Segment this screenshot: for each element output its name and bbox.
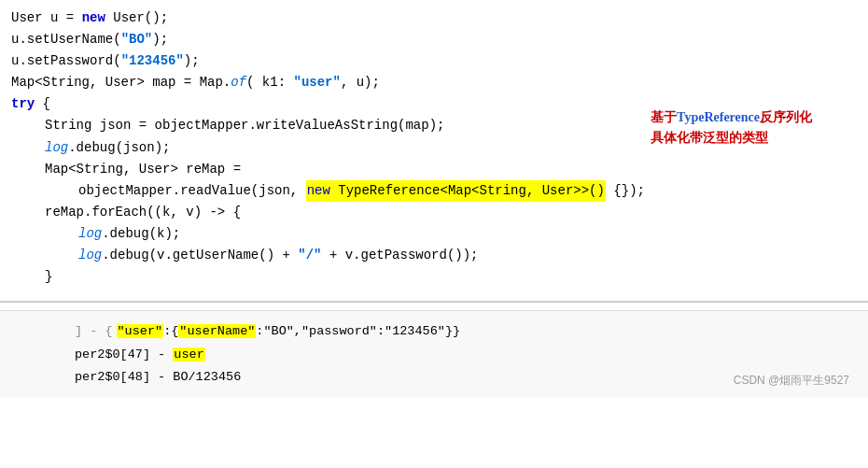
string-literal: "BO" bbox=[121, 29, 153, 50]
keyword-try: try bbox=[11, 93, 35, 115]
code-line-typeref: objectMapper.readValue(json, new TypeRef… bbox=[11, 180, 857, 202]
annotation-type-ref: TypeReference bbox=[677, 110, 760, 124]
code-text: .debug(json); bbox=[68, 137, 170, 159]
log-object: log bbox=[45, 137, 68, 159]
output-text: per2$0[47] - bbox=[75, 347, 173, 362]
keyword-new: new bbox=[307, 183, 330, 198]
code-text: ); bbox=[152, 29, 168, 50]
code-line: log.debug(k); bbox=[11, 223, 857, 245]
code-text: TypeReference<Map<String, User>>() bbox=[330, 183, 605, 198]
output-text: per2$0[48] - BO/123456 bbox=[75, 370, 241, 384]
code-text: ); bbox=[184, 50, 200, 72]
code-text: String json = objectMapper.writeValueAsS… bbox=[45, 115, 444, 136]
code-text: Map<String, User> reMap = bbox=[45, 159, 241, 180]
string-literal: "/" bbox=[298, 245, 321, 266]
keyword-new: new bbox=[82, 7, 105, 29]
string-literal: "user" bbox=[293, 72, 340, 93]
annotation-line2: 具体化带泛型的类型 bbox=[651, 128, 812, 149]
method-of: of bbox=[231, 72, 246, 93]
code-line: Map<String, User> reMap = bbox=[11, 159, 857, 180]
output-highlight-user: "user" bbox=[117, 324, 164, 338]
log-object: log bbox=[78, 223, 102, 245]
code-text: User u = bbox=[11, 7, 82, 29]
code-text: reMap.forEach((k, v) -> { bbox=[45, 202, 241, 223]
output-highlight-username: "userName" bbox=[178, 324, 256, 338]
highlight-typeref: new TypeReference<Map<String, User>>() bbox=[306, 180, 606, 202]
code-line: reMap.forEach((k, v) -> { bbox=[11, 202, 857, 223]
code-text: , u); bbox=[341, 72, 380, 93]
code-text: {}); bbox=[606, 180, 645, 202]
code-line: log.debug(v.getUserName() + "/" + v.getP… bbox=[11, 245, 857, 266]
code-text: { bbox=[35, 93, 50, 115]
code-text: } bbox=[45, 266, 52, 288]
code-text: Map<String, User> map = Map. bbox=[11, 72, 231, 93]
code-text: u.setPassword( bbox=[11, 50, 121, 72]
code-text: ( k1: bbox=[246, 72, 293, 93]
output-text: :{ bbox=[163, 324, 178, 338]
code-text: objectMapper.readValue(json, bbox=[78, 180, 306, 202]
output-area: ] - {"user":{"userName":"BO","password":… bbox=[0, 310, 868, 398]
output-line-1: ] - {"user":{"userName":"BO","password":… bbox=[75, 320, 857, 343]
code-line: u.setUserName("BO"); bbox=[11, 29, 857, 50]
output-line-2: per2$0[47] - user bbox=[75, 344, 857, 366]
divider bbox=[0, 301, 868, 303]
code-line: } bbox=[11, 266, 857, 288]
watermark: CSDN @烟雨平生9527 bbox=[734, 373, 849, 389]
code-line: u.setPassword("123456"); bbox=[11, 50, 857, 72]
string-literal: "123456" bbox=[121, 50, 184, 72]
code-area: User u = new User(); u.setUserName("BO")… bbox=[0, 0, 868, 295]
code-text: + v.getPassword()); bbox=[321, 245, 478, 266]
output-arrow: ] - { bbox=[75, 324, 113, 338]
code-text: .debug(k); bbox=[102, 223, 180, 245]
code-text: u.setUserName( bbox=[11, 29, 121, 50]
output-highlight-user2: user bbox=[173, 347, 204, 362]
code-text: .debug(v.getUserName() + bbox=[102, 245, 298, 266]
annotation-line1: 基于TypeReference反序列化 bbox=[651, 107, 812, 128]
output-text: :"BO","password":"123456"}} bbox=[256, 324, 460, 338]
code-text: User(); bbox=[105, 7, 168, 29]
annotation-box: 基于TypeReference反序列化 具体化带泛型的类型 bbox=[651, 107, 812, 149]
log-object: log bbox=[78, 245, 102, 266]
code-line: User u = new User(); bbox=[11, 7, 857, 29]
code-line: Map<String, User> map = Map.of( k1: "use… bbox=[11, 72, 857, 93]
